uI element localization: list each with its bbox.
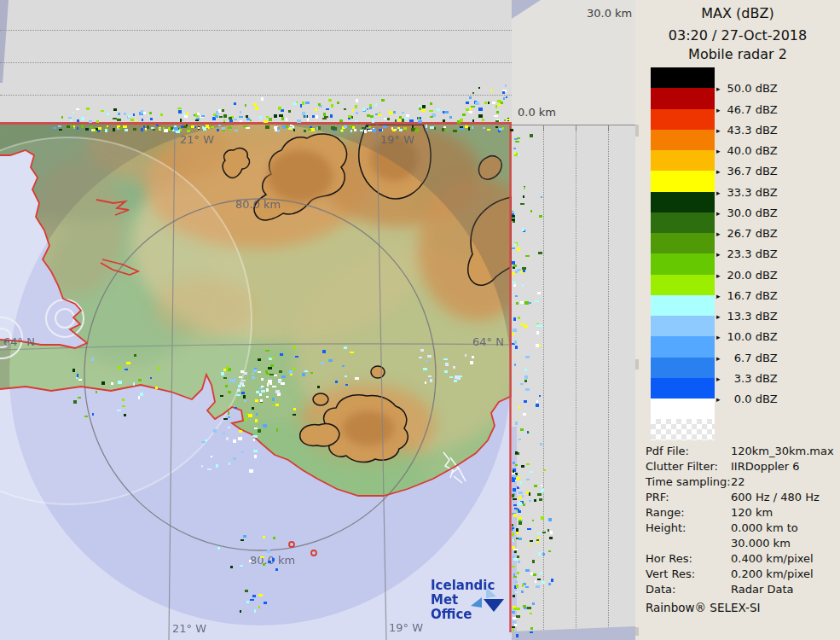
radar-echo-pixel	[279, 370, 282, 374]
radar-echo-pixel	[542, 532, 546, 533]
radar-echo-pixel	[529, 492, 531, 496]
radar-echo-pixel	[218, 125, 220, 126]
radar-echo-pixel	[264, 120, 268, 124]
metadata-row: Height:0.000 km to	[646, 521, 835, 536]
radar-echo-pixel	[428, 375, 432, 377]
radar-echo-pixel	[241, 380, 246, 381]
radar-echo-pixel	[278, 380, 280, 383]
radar-echo-pixel	[133, 113, 135, 116]
radar-echo-pixel	[518, 317, 520, 319]
radar-echo-pixel	[288, 128, 291, 131]
threshold-arrow-icon: ▸	[716, 271, 721, 279]
radar-echo-pixel	[268, 561, 271, 564]
radar-echo-pixel	[142, 119, 144, 122]
threshold-arrow-icon: ▸	[716, 353, 721, 362]
radar-echo-pixel	[419, 357, 422, 358]
radar-echo-pixel	[81, 125, 84, 128]
radar-echo-pixel	[184, 115, 188, 118]
radar-echo-pixel	[304, 370, 309, 372]
radar-echo-pixel	[514, 364, 516, 366]
radar-echo-pixel	[228, 391, 231, 393]
radar-echo-pixel	[472, 119, 474, 122]
radar-echo-pixel	[370, 115, 374, 118]
colorbar-threshold-label: ▸50.0 dBZ	[716, 82, 778, 95]
radar-echo-pixel	[117, 128, 119, 130]
radar-echo-pixel	[368, 126, 371, 128]
metadata-value: 22	[731, 474, 835, 490]
radar-echo-pixel	[117, 410, 121, 412]
radar-echo-pixel	[369, 107, 372, 109]
radar-echo-pixel	[245, 104, 246, 107]
met-office-pinwheel-icon	[467, 585, 505, 616]
radar-echo-pixel	[229, 379, 232, 382]
radar-echo-pixel	[430, 116, 434, 118]
radar-echo-pixel	[243, 125, 247, 127]
radar-echo-pixel	[520, 481, 523, 485]
radar-echo-pixel	[134, 354, 136, 357]
radar-echo-pixel	[318, 103, 322, 106]
radar-echo-pixel	[223, 377, 227, 379]
metadata-value: 0.400 km/pixel	[731, 551, 835, 567]
colorbar-threshold-label: ▸23.3 dBZ	[716, 247, 778, 260]
radar-echo-pixel	[233, 439, 235, 443]
radar-echo-pixel	[403, 127, 407, 130]
radar-echo-pixel	[289, 370, 293, 374]
radar-echo-pixel	[326, 108, 330, 111]
radar-echo-pixel	[513, 470, 514, 473]
radar-echo-pixel	[472, 356, 474, 358]
radar-echo-pixel	[514, 508, 518, 509]
radar-echo-pixel	[265, 370, 268, 373]
radar-echo-pixel	[515, 464, 518, 466]
radar-echo-pixel	[379, 129, 382, 131]
radar-echo-pixel	[514, 243, 517, 246]
legend-panel: MAX (dBZ) 03:20 / 27-Oct-2018 Mobile rad…	[635, 0, 840, 640]
radar-echo-pixel	[525, 569, 529, 572]
radar-echo-pixel	[345, 375, 346, 377]
radar-echo-pixel	[526, 479, 530, 480]
radar-echo-pixel	[223, 119, 225, 122]
radar-echo-pixel	[537, 493, 542, 496]
radar-echo-pixel	[157, 367, 160, 369]
radar-echo-pixel	[96, 128, 98, 130]
radar-echo-pixel	[254, 455, 257, 457]
radar-echo-pixel	[512, 479, 515, 482]
radar-echo-pixel	[269, 118, 272, 121]
radar-echo-pixel	[241, 451, 244, 453]
radar-echo-pixel	[153, 129, 155, 131]
radar-echo-pixel	[244, 372, 247, 375]
radar-echo-pixel	[541, 516, 544, 520]
radar-echo-pixel	[70, 119, 72, 122]
radar-echo-pixel	[260, 399, 263, 402]
colorbar-threshold-label: ▸33.3 dBZ	[716, 185, 778, 198]
colorbar-threshold-label: ▸46.7 dBZ	[716, 102, 778, 115]
threshold-arrow-icon: ▸	[716, 230, 721, 238]
radar-echo-pixel	[512, 566, 514, 568]
radar-echo-pixel	[290, 374, 293, 375]
radar-echo-pixel	[318, 126, 320, 129]
radar-echo-pixel	[272, 558, 274, 561]
radar-echo-pixel	[425, 381, 426, 384]
colorbar-threshold-label: ▸40.0 dBZ	[716, 144, 778, 157]
radar-echo-pixel	[429, 110, 433, 112]
radar-echo-pixel	[198, 127, 200, 129]
colorbar-block	[651, 150, 715, 171]
radar-echo-pixel	[513, 529, 514, 532]
height-axis-zero-label: 0.0 km	[518, 106, 556, 119]
radar-echo-pixel	[339, 119, 343, 122]
radar-echo-pixel	[248, 414, 252, 417]
radar-echo-pixel	[515, 346, 517, 349]
radar-echo-pixel	[539, 395, 541, 397]
radar-echo-pixel	[77, 127, 78, 130]
radar-echo-pixel	[277, 130, 280, 132]
radar-echo-pixel	[524, 400, 527, 403]
radar-echo-pixel	[275, 568, 278, 571]
radar-echo-pixel	[530, 627, 533, 630]
radar-echo-pixel	[472, 126, 473, 129]
radar-echo-pixel	[368, 130, 372, 132]
radar-echo-pixel	[412, 125, 414, 128]
radar-echo-pixel	[512, 611, 515, 614]
radar-echo-pixel	[128, 115, 130, 118]
radar-echo-pixel	[530, 613, 532, 614]
radar-echo-pixel	[113, 128, 115, 131]
radar-echo-pixel	[372, 129, 376, 131]
